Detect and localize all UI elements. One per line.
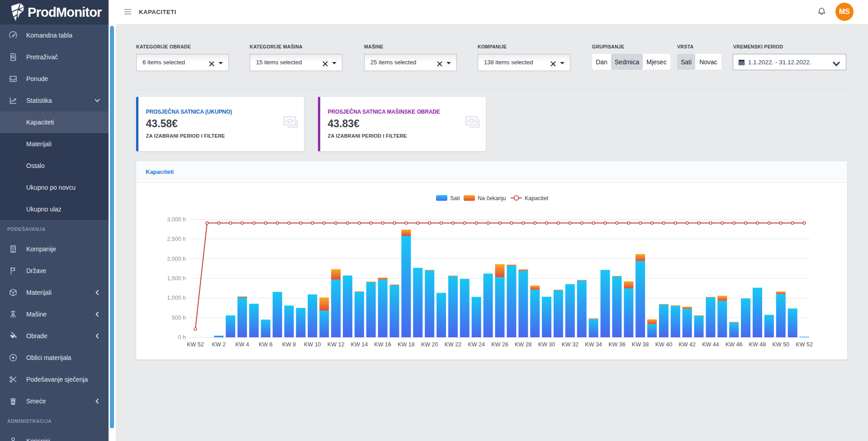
svg-text:KW 30: KW 30	[538, 341, 555, 348]
svg-text:KW 16: KW 16	[374, 341, 391, 348]
svg-text:KW 6: KW 6	[259, 341, 273, 348]
svg-text:KW 52: KW 52	[796, 341, 813, 348]
svg-text:KW 32: KW 32	[562, 341, 579, 348]
svg-text:KW 38: KW 38	[632, 341, 649, 348]
svg-text:KW 12: KW 12	[327, 341, 345, 348]
svg-text:KW 4: KW 4	[235, 341, 249, 348]
svg-text:KW 42: KW 42	[678, 341, 696, 348]
svg-text:KW 34: KW 34	[585, 341, 602, 348]
svg-text:KW 50: KW 50	[773, 341, 790, 348]
svg-text:KW 10: KW 10	[304, 341, 321, 348]
svg-text:KW 24: KW 24	[468, 341, 485, 348]
svg-text:KW 2: KW 2	[212, 341, 226, 348]
svg-text:1,500 h: 1,500 h	[167, 275, 186, 282]
svg-text:KW 18: KW 18	[398, 341, 415, 348]
svg-text:Sati: Sati	[450, 195, 460, 201]
svg-text:KW 46: KW 46	[726, 341, 743, 348]
svg-text:0 h: 0 h	[178, 334, 186, 340]
svg-text:KW 20: KW 20	[421, 341, 438, 348]
svg-text:500 h: 500 h	[172, 315, 186, 321]
svg-text:KW 14: KW 14	[351, 341, 368, 348]
svg-text:KW 40: KW 40	[655, 341, 673, 348]
svg-text:Kapacitet: Kapacitet	[525, 195, 549, 201]
svg-text:2,000 h: 2,000 h	[167, 256, 186, 262]
svg-text:KW 52: KW 52	[187, 341, 204, 348]
svg-text:KW 44: KW 44	[702, 341, 719, 348]
svg-text:Na čekanju: Na čekanju	[478, 195, 506, 201]
svg-text:KW 8: KW 8	[282, 341, 296, 348]
svg-text:KW 28: KW 28	[515, 341, 532, 348]
svg-text:3,000 h: 3,000 h	[167, 216, 186, 223]
svg-text:1,000 h: 1,000 h	[167, 295, 186, 301]
svg-text:KW 22: KW 22	[445, 341, 462, 348]
svg-text:KW 36: KW 36	[608, 341, 626, 348]
svg-text:KW 26: KW 26	[491, 341, 508, 348]
svg-text:2,500 h: 2,500 h	[167, 236, 186, 242]
svg-text:KW 48: KW 48	[749, 341, 766, 348]
